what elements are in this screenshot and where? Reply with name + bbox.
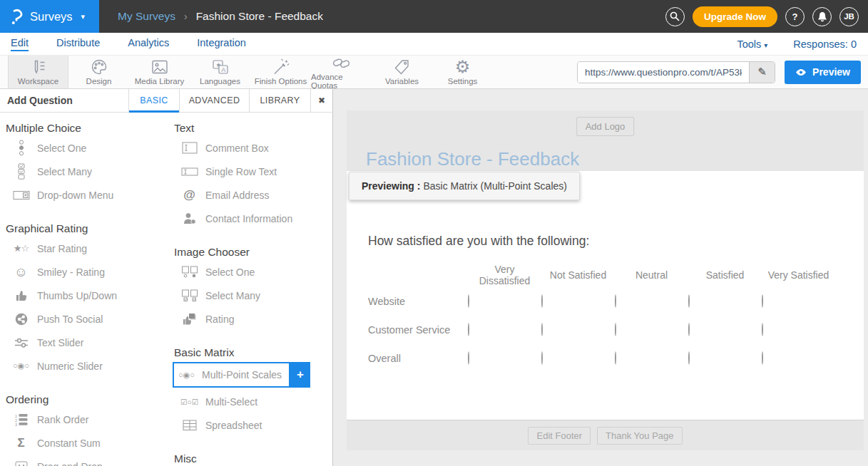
toolbar-item-media-library[interactable]: Media Library xyxy=(129,56,190,88)
finish-icon xyxy=(272,58,290,76)
radio-website-very-satisfied[interactable] xyxy=(762,294,763,308)
radio-website-neutral[interactable] xyxy=(615,294,616,308)
question-type-label: Select One xyxy=(205,266,255,278)
question-type-select-many[interactable]: Select Many xyxy=(0,160,168,183)
nav-tabs: EditDistributeAnalyticsIntegration xyxy=(0,37,246,51)
dropdown-icon xyxy=(11,190,31,201)
radio-website-very-dissatisfied[interactable] xyxy=(468,294,469,308)
radio-customer-service-very-dissatisfied[interactable] xyxy=(468,323,469,336)
panel-tab-advanced[interactable]: ADVANCED xyxy=(179,89,249,112)
matrix-row-customer-service: Customer Service xyxy=(368,316,835,344)
add-logo-button[interactable]: Add Logo xyxy=(576,117,635,136)
toolbar-item-label: Advance Quotas xyxy=(311,73,372,90)
question-type-select-one[interactable]: Select One xyxy=(168,260,332,284)
question-type-label: Spreadsheet xyxy=(205,420,262,431)
question-type-spreadsheet[interactable]: Spreadsheet xyxy=(168,413,332,437)
upgrade-now-button[interactable]: Upgrade Now xyxy=(693,6,777,27)
question-type-drag-and-drop[interactable]: Drag and Drop xyxy=(0,455,168,466)
edit-footer-button[interactable]: Edit Footer xyxy=(528,427,591,445)
img-select-one-icon xyxy=(180,266,199,278)
question-type-label: Select Many xyxy=(205,290,260,301)
radio-customer-service-neutral[interactable] xyxy=(615,323,616,336)
panel-title: Add Question xyxy=(0,89,128,112)
panel-tab-library[interactable]: LIBRARY xyxy=(249,89,310,112)
question-type-multi-select[interactable]: ☑○☑Multi-Select xyxy=(168,390,332,413)
toolbar-item-variables[interactable]: Variables xyxy=(372,56,432,88)
help-button[interactable]: ? xyxy=(785,7,805,26)
panel-tab-basic[interactable]: BASIC xyxy=(128,89,179,112)
radio-website-not-satisfied[interactable] xyxy=(541,294,543,308)
toolbar-item-settings[interactable]: ⚙Settings xyxy=(432,56,493,88)
question-type-star-rating[interactable]: ★☆Star Rating xyxy=(0,237,168,260)
survey-url-input[interactable] xyxy=(578,62,749,83)
question-type-label: Multi-Select xyxy=(205,396,257,408)
stars-icon: ★☆ xyxy=(11,243,31,254)
nav-tab-analytics[interactable]: Analytics xyxy=(128,37,169,51)
matrix-question-text[interactable]: How satisfied are you with the following… xyxy=(368,234,589,249)
survey-nav: EditDistributeAnalyticsIntegration Tools… xyxy=(0,33,868,56)
section-image-chooser: Image ChooserSelect OneSelect ManyRating xyxy=(168,245,332,331)
nav-tab-integration[interactable]: Integration xyxy=(197,37,246,51)
question-type-push-to-social[interactable]: Push To Social xyxy=(0,307,168,331)
toolbar-item-languages[interactable]: ★ALanguages xyxy=(190,56,250,88)
breadcrumb-my-surveys[interactable]: My Surveys xyxy=(118,10,175,23)
question-type-rating[interactable]: Rating xyxy=(168,307,332,331)
toolbar-item-finish-options[interactable]: Finish Options xyxy=(250,56,311,88)
question-type-numeric-slider[interactable]: ○◉○Numeric Slider xyxy=(0,354,168,378)
question-type-label: Rating xyxy=(205,314,234,325)
preview-button[interactable]: Preview xyxy=(785,61,861,84)
edit-url-button[interactable]: ✎ xyxy=(749,62,775,83)
toolbar-item-design[interactable]: Design xyxy=(68,56,129,88)
radio-overall-very-dissatisfied[interactable] xyxy=(468,351,469,365)
nav-tab-distribute[interactable]: Distribute xyxy=(56,37,100,51)
responses-count[interactable]: Responses: 0 xyxy=(793,38,857,50)
question-type-contact-information[interactable]: Contact Information xyxy=(168,207,332,230)
product-switcher[interactable]: Surveys ▾ xyxy=(0,0,99,33)
question-type-text-slider[interactable]: Text Slider xyxy=(0,331,168,354)
question-type-thumbs-up-down[interactable]: Thumbs Up/Down xyxy=(0,284,168,307)
tools-menu[interactable]: Tools ▾ xyxy=(737,38,767,50)
question-type-select-one[interactable]: Select One xyxy=(0,136,168,160)
section-multiple-choice: Multiple ChoiceSelect OneSelect ManyDrop… xyxy=(0,121,168,207)
search-button[interactable] xyxy=(665,7,685,26)
nav-tab-edit[interactable]: Edit xyxy=(11,37,29,51)
question-type-constant-sum[interactable]: ΣConstant Sum xyxy=(0,431,168,455)
product-name: Surveys xyxy=(30,10,73,24)
share-icon xyxy=(11,313,31,326)
radio-overall-not-satisfied[interactable] xyxy=(541,351,543,365)
radio-customer-service-very-satisfied[interactable] xyxy=(762,323,763,336)
radio-overall-neutral[interactable] xyxy=(615,351,616,365)
question-type-smiley-rating[interactable]: ☺Smiley - Rating xyxy=(0,260,168,284)
avatar[interactable]: JB xyxy=(839,7,859,26)
grid-dots-icon xyxy=(11,461,31,466)
contact-icon xyxy=(180,212,199,224)
question-type-comment-box[interactable]: Comment Box xyxy=(168,136,332,160)
radio-customer-service-satisfied[interactable] xyxy=(688,323,690,336)
survey-header-band: Add Logo Fashion Store - Feedback xyxy=(347,110,864,171)
question-type-email-address[interactable]: @Email Address xyxy=(168,183,332,207)
question-type-rank-order[interactable]: 123Rank Order xyxy=(0,408,168,431)
close-panel-button[interactable]: ✖ xyxy=(310,89,332,112)
previewing-label: Previewing : xyxy=(362,180,420,192)
question-type-select-many[interactable]: Select Many xyxy=(168,284,332,307)
thank-you-page-button[interactable]: Thank You Page xyxy=(597,427,682,445)
radio-overall-satisfied[interactable] xyxy=(688,351,690,365)
matrix-row-website: Website xyxy=(368,287,835,316)
question-type-drop-down-menu[interactable]: Drop-down Menu xyxy=(0,183,168,207)
radio-overall-very-satisfied[interactable] xyxy=(762,351,763,365)
close-icon: ✖ xyxy=(318,95,325,105)
breadcrumb-current-survey: Fashion Store - Feedback xyxy=(196,10,323,23)
question-type-single-row-text[interactable]: Single Row Text xyxy=(168,160,332,183)
toolbar-item-advance-quotas[interactable]: Advance Quotas xyxy=(311,56,372,88)
add-question-plus-button[interactable]: + xyxy=(290,362,310,388)
top-bar: Surveys ▾ My Surveys › Fashion Store - F… xyxy=(0,0,868,33)
question-type-multi-point-scales[interactable]: ○◉○Multi-Point Scales xyxy=(173,362,290,388)
question-type-label: Star Rating xyxy=(37,243,87,254)
radio-stack-icon xyxy=(11,140,31,156)
selected-question-type: ○◉○Multi-Point Scales+ xyxy=(173,362,332,388)
radio-website-satisfied[interactable] xyxy=(688,294,690,308)
toolbar-item-workspace[interactable]: Workspace xyxy=(8,56,68,88)
notifications-button[interactable] xyxy=(812,7,832,26)
survey-title[interactable]: Fashion Store - Feedback xyxy=(366,148,579,170)
radio-customer-service-not-satisfied[interactable] xyxy=(541,323,543,336)
